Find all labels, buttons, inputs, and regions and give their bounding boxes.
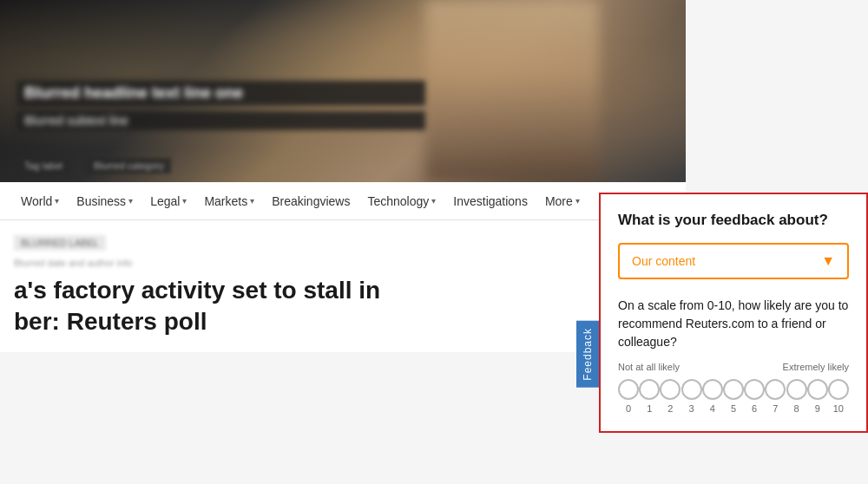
hero-tag2: Blurred category [87, 158, 171, 173]
feedback-num-10: 10 [828, 403, 849, 414]
feedback-circle-7[interactable] [765, 379, 786, 400]
nav-label-business: Business [76, 194, 126, 208]
nav-item-technology[interactable]: Technology ▾ [360, 191, 443, 212]
nav-chevron-more: ▾ [575, 196, 580, 206]
feedback-num-7: 7 [765, 403, 786, 414]
article-meta: Blurred date and author info [14, 258, 672, 268]
feedback-scale-min: Not at all likely [618, 362, 680, 372]
nav-label-technology: Technology [367, 194, 429, 208]
nav-chevron-markets: ▾ [250, 196, 254, 206]
feedback-num-2: 2 [660, 403, 681, 414]
feedback-circle-5[interactable] [723, 379, 744, 400]
feedback-num-8: 8 [786, 403, 807, 414]
right-sidebar [694, 0, 868, 193]
feedback-circle-6[interactable] [744, 379, 765, 400]
feedback-num-9: 9 [807, 403, 828, 414]
feedback-num-0: 0 [618, 403, 639, 414]
feedback-circle-9[interactable] [807, 379, 828, 400]
feedback-circle-4[interactable] [702, 379, 723, 400]
hero-title-line2: Blurred subtext line [17, 111, 425, 130]
feedback-scale-max: Extremely likely [783, 362, 849, 372]
hero-bottom-bar: Tag label Blurred category [17, 158, 171, 182]
feedback-circle-10[interactable] [828, 379, 849, 400]
nav-item-breakingviews[interactable]: Breakingviews [265, 191, 357, 212]
article-label: BLURRED LABEL [14, 235, 106, 251]
feedback-dropdown-arrow-icon: ▼ [821, 253, 835, 269]
feedback-num-6: 6 [744, 403, 765, 414]
nav-item-world[interactable]: World ▾ [14, 191, 66, 212]
nav-chevron-business: ▾ [128, 196, 133, 206]
feedback-num-4: 4 [702, 403, 723, 414]
article-title-line2: ber: Reuters poll [14, 308, 207, 335]
nav-label-investigations: Investigations [453, 194, 528, 208]
nav-item-investigations[interactable]: Investigations [446, 191, 535, 212]
hero-tag1: Tag label [17, 158, 69, 173]
feedback-circle-0[interactable] [618, 379, 639, 400]
navbar: World ▾ Business ▾ Legal ▾ Markets ▾ Bre… [0, 182, 686, 220]
feedback-circle-3[interactable] [681, 379, 702, 400]
main-container: Blurred headline text line one Blurred s… [0, 0, 868, 484]
nav-label-legal: Legal [150, 194, 180, 208]
article-title-line1: a's factory activity set to stall in [14, 277, 380, 304]
left-content: Blurred headline text line one Blurred s… [0, 0, 686, 352]
hero-text-overlay: Blurred headline text line one Blurred s… [17, 81, 425, 130]
feedback-dropdown-label: Our content [632, 254, 695, 268]
nav-item-business[interactable]: Business ▾ [69, 191, 140, 212]
nav-label-breakingviews: Breakingviews [272, 194, 350, 208]
feedback-panel-title: What is your feedback about? [618, 212, 849, 229]
nav-chevron-technology: ▾ [431, 196, 436, 206]
nav-chevron-world: ▾ [55, 196, 59, 206]
nav-item-legal[interactable]: Legal ▾ [143, 191, 194, 212]
feedback-circle-1[interactable] [639, 379, 660, 400]
feedback-dropdown[interactable]: Our content ▼ [618, 243, 849, 279]
feedback-circle-2[interactable] [660, 379, 681, 400]
feedback-num-1: 1 [639, 403, 660, 414]
feedback-scale-labels: Not at all likely Extremely likely [618, 362, 849, 372]
feedback-num-5: 5 [723, 403, 744, 414]
article-title: a's factory activity set to stall in ber… [14, 275, 672, 338]
nav-item-markets[interactable]: Markets ▾ [197, 191, 261, 212]
feedback-question: On a scale from 0-10, how likely are you… [618, 297, 849, 351]
nav-item-more[interactable]: More ▾ [538, 191, 587, 212]
hero-person-silhouette [425, 0, 599, 182]
feedback-circle-8[interactable] [786, 379, 807, 400]
feedback-numbers: 0 1 2 3 4 5 6 7 8 9 10 [618, 403, 849, 414]
hero-title-line1: Blurred headline text line one [17, 81, 425, 106]
hero-image: Blurred headline text line one Blurred s… [0, 0, 686, 182]
feedback-panel: What is your feedback about? Our content… [599, 193, 868, 433]
nav-label-world: World [21, 194, 52, 208]
feedback-side-tab-label: Feedback [582, 328, 594, 381]
nav-label-markets: Markets [204, 194, 247, 208]
nav-label-more: More [545, 194, 573, 208]
feedback-circles [618, 379, 849, 400]
feedback-num-3: 3 [681, 403, 702, 414]
feedback-side-tab[interactable]: Feedback [576, 321, 599, 388]
nav-chevron-legal: ▾ [182, 196, 187, 206]
